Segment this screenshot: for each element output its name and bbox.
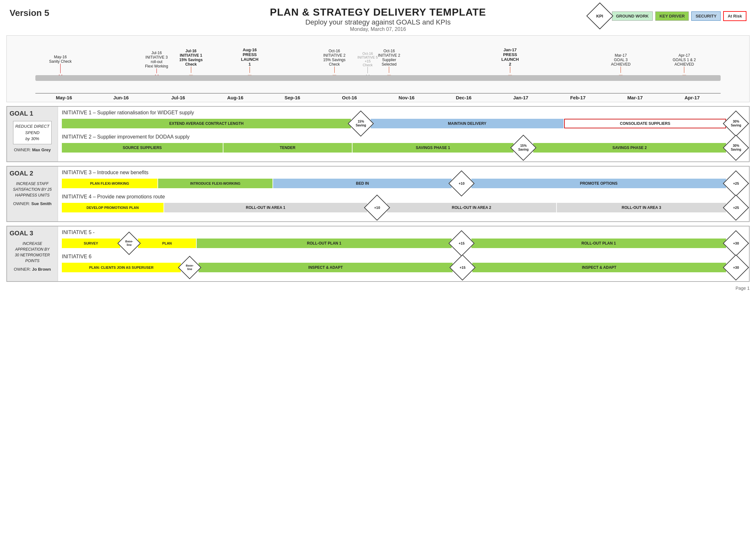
page-number: Page 1 bbox=[6, 286, 750, 291]
initiative1-gantt: EXTEND AVERAGE CONTRACT LENGTH 15%Saving… bbox=[62, 118, 745, 129]
goal3-owner-name: Jo Brown bbox=[32, 267, 51, 272]
month-may16: May-16 bbox=[35, 95, 92, 100]
bar-rollout-plan1-b: ROLL-OUT PLAN 1 bbox=[471, 239, 726, 248]
goal1-owner: OWNER: Max Grey bbox=[14, 148, 51, 152]
bar-plan-clients: PLAN: CLIENTS JOIN AS SUPERUSER bbox=[62, 263, 181, 272]
initiative4-title: INITIATIVE 4 – Provide new promotions ro… bbox=[62, 194, 745, 200]
legend-keydriver: KEY DRIVER bbox=[655, 12, 689, 21]
initiative3-block: INITIATIVE 3 – Introduce new benefits PL… bbox=[62, 170, 745, 189]
goal3-content: INITIATIVE 5 - SURVEY Base-line PLAN ROL… bbox=[58, 226, 749, 281]
initiative6-gantt: PLAN: CLIENTS JOIN AS SUPERUSER Base-lin… bbox=[62, 262, 745, 273]
initiative6-block: INITIATIVE 6 PLAN: CLIENTS JOIN AS SUPER… bbox=[62, 254, 745, 273]
bar-inspect-adapt-a: INSPECT & ADAPT bbox=[198, 263, 452, 272]
timeline-events: May-16 Sanity Check ✕ Jul-16 INITIATIVE … bbox=[35, 39, 721, 93]
bar-bed-in: BED IN bbox=[273, 179, 451, 188]
legend-area: KPI GROUND WORK KEY DRIVER SECURITY At R… bbox=[590, 6, 746, 25]
goal1-desc-box: REDUCE DIRECT SPEND by 30% bbox=[13, 121, 52, 144]
goal1-desc: REDUCE DIRECT SPEND by 30% bbox=[15, 123, 49, 142]
month-jul16: Jul-16 bbox=[149, 95, 206, 100]
bar-source-suppliers: SOURCE SUPPLIERS bbox=[62, 143, 223, 153]
bar-rollout-area3: ROLL-OUT IN AREA 3 bbox=[557, 203, 726, 212]
bar-savings-phase2: SAVINGS PHASE 2 bbox=[533, 143, 726, 153]
initiative3-gantt: PLAN FLEXI-WORKING INTRODUCE FLEXI-WORKI… bbox=[62, 177, 745, 189]
page-header: Version 5 PLAN & STRATEGY DELIVERY TEMPL… bbox=[6, 6, 750, 32]
initiative2-block: INITIATIVE 2 – Supplier improvement for … bbox=[62, 134, 745, 154]
bar-savings-phase1: SAVINGS PHASE 1 bbox=[352, 143, 513, 153]
goal2-title: GOAL 2 bbox=[10, 170, 33, 177]
timeline-months: May-16 Jun-16 Jul-16 Aug-16 Sep-16 Oct-1… bbox=[35, 93, 721, 100]
initiative1-title: INITIATIVE 1 – Supplier rationalisation … bbox=[62, 110, 745, 116]
initiative2-gantt: SOURCE SUPPLIERS TENDER SAVINGS PHASE 1 … bbox=[62, 142, 745, 154]
month-sep16: Sep-16 bbox=[264, 95, 321, 100]
month-apr17: Apr-17 bbox=[664, 95, 721, 100]
month-dec16: Dec-16 bbox=[435, 95, 492, 100]
kpi-label: KPI bbox=[596, 14, 603, 18]
page-date: Monday, March 07, 2016 bbox=[6, 26, 750, 32]
legend-atrisk: At Risk bbox=[723, 11, 746, 21]
kpi-diamond: KPI bbox=[586, 3, 613, 30]
initiative1-block: INITIATIVE 1 – Supplier rationalisation … bbox=[62, 110, 745, 129]
goal1-title: GOAL 1 bbox=[10, 110, 33, 117]
bar-consolidate-suppliers: CONSOLIDATE SUPPLIERS bbox=[564, 119, 726, 128]
month-jan17: Jan-17 bbox=[492, 95, 549, 100]
bar-plan-flexi: PLAN FLEXI-WORKING bbox=[62, 179, 158, 188]
bar-develop-promotions: DEVELOP PROMOTIONS PLAN bbox=[62, 203, 164, 212]
bar-extend-contract: EXTEND AVERAGE CONTRACT LENGTH bbox=[62, 119, 351, 128]
bar-promote-options: PROMOTE OPTIONS bbox=[471, 179, 726, 188]
month-jun16: Jun-16 bbox=[92, 95, 149, 100]
month-mar17: Mar-17 bbox=[607, 95, 664, 100]
initiative4-gantt: DEVELOP PROMOTIONS PLAN ROLL-OUT IN AREA… bbox=[62, 202, 745, 214]
goal3-sidebar: GOAL 3 INCREASEAPPRECIATION BY30 NETPROM… bbox=[7, 226, 58, 281]
goal2-owner: OWNER: Sue Smith bbox=[13, 201, 52, 206]
legend-security: SECURITY bbox=[691, 12, 721, 21]
bar-inspect-adapt-b: INSPECT & ADAPT bbox=[472, 263, 726, 272]
bar-rollout-area2: ROLL-OUT IN AREA 2 bbox=[387, 203, 556, 212]
month-aug16: Aug-16 bbox=[207, 95, 264, 100]
initiative6-title: INITIATIVE 6 bbox=[62, 254, 745, 260]
bar-rollout-plan1-a: ROLL-OUT PLAN 1 bbox=[197, 239, 451, 248]
goal3-desc: INCREASEAPPRECIATION BY30 NETPROMOTERPOI… bbox=[15, 241, 50, 264]
timeline-bar bbox=[35, 75, 721, 81]
initiative4-block: INITIATIVE 4 – Provide new promotions ro… bbox=[62, 194, 745, 214]
goal3-title: GOAL 3 bbox=[10, 230, 33, 237]
initiative3-title: INITIATIVE 3 – Introduce new benefits bbox=[62, 170, 745, 176]
goal2-content: INITIATIVE 3 – Introduce new benefits PL… bbox=[58, 167, 749, 221]
version-label: Version 5 bbox=[10, 8, 49, 18]
goal1-owner-name: Max Grey bbox=[32, 148, 51, 152]
goal1-content: INITIATIVE 1 – Supplier rationalisation … bbox=[58, 107, 749, 161]
bar-tender: TENDER bbox=[224, 143, 352, 153]
month-nov16: Nov-16 bbox=[378, 95, 435, 100]
bar-maintain-delivery: MAINTAIN DELIVERY bbox=[371, 119, 563, 128]
goal1-sidebar: GOAL 1 REDUCE DIRECT SPEND by 30% OWNER:… bbox=[7, 107, 58, 161]
initiative5-block: INITIATIVE 5 - SURVEY Base-line PLAN ROL… bbox=[62, 230, 745, 249]
initiative5-title: INITIATIVE 5 - bbox=[62, 230, 745, 235]
legend-groundwork: GROUND WORK bbox=[612, 12, 653, 21]
goal2-sidebar: GOAL 2 INCREASE STAFFSATISFACTION BY 25H… bbox=[7, 167, 58, 221]
goal2-section: GOAL 2 INCREASE STAFFSATISFACTION BY 25H… bbox=[6, 166, 750, 222]
timeline-section: May-16 Sanity Check ✕ Jul-16 INITIATIVE … bbox=[6, 35, 750, 102]
month-oct16: Oct-16 bbox=[321, 95, 378, 100]
bar-plan-i5: PLAN bbox=[138, 239, 196, 248]
month-feb17: Feb-17 bbox=[550, 95, 607, 100]
initiative2-title: INITIATIVE 2 – Supplier improvement for … bbox=[62, 134, 745, 140]
goal1-section: GOAL 1 REDUCE DIRECT SPEND by 30% OWNER:… bbox=[6, 106, 750, 162]
goal2-desc: INCREASE STAFFSATISFACTION BY 25HAPPINES… bbox=[13, 181, 52, 198]
bar-survey: SURVEY bbox=[62, 239, 120, 248]
initiative5-gantt: SURVEY Base-line PLAN ROLL-OUT PLAN 1 +1… bbox=[62, 237, 745, 249]
goal2-owner-name: Sue Smith bbox=[31, 201, 52, 206]
bar-introduce-flexi: INTRODUCE FLEXI-WORKING bbox=[158, 179, 273, 188]
goal3-owner: OWNER: Jo Brown bbox=[14, 267, 51, 272]
goal3-section: GOAL 3 INCREASEAPPRECIATION BY30 NETPROM… bbox=[6, 226, 750, 282]
bar-rollout-area1: ROLL-OUT IN AREA 1 bbox=[164, 203, 367, 212]
